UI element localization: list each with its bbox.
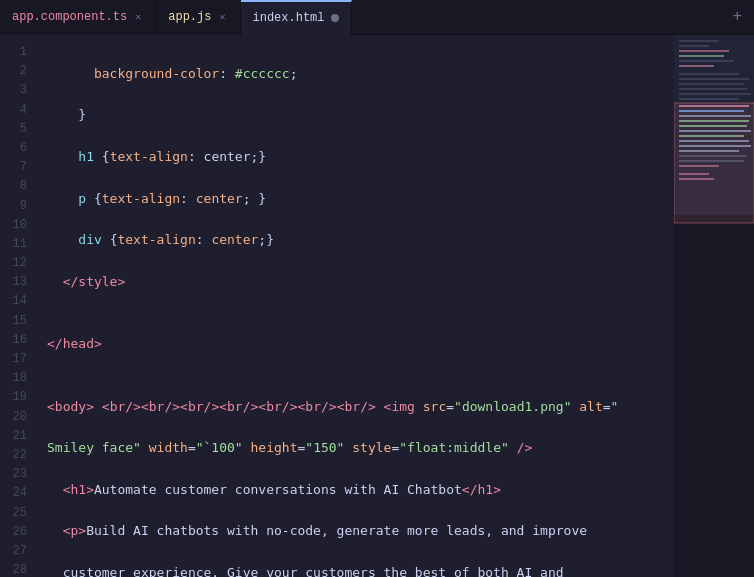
tab-index-html[interactable]: index.html [241, 0, 352, 35]
tab-label: app.js [168, 10, 211, 24]
tab-close-icon[interactable]: ✕ [133, 10, 143, 24]
code-line-11: Smiley face" width="`100" height="150" s… [47, 438, 674, 459]
add-tab-button[interactable]: + [720, 8, 754, 26]
tab-app-component[interactable]: app.component.ts ✕ [0, 0, 156, 35]
editor-window: app.component.ts ✕ app.js ✕ index.html +… [0, 0, 754, 577]
code-editor[interactable]: background-color: #cccccc; } h1 {text-al… [35, 35, 674, 577]
tab-label: app.component.ts [12, 10, 127, 24]
code-line-10: <body> <br/><br/><br/><br/><br/><br/><br… [47, 397, 674, 418]
tab-modified-dot [331, 14, 339, 22]
tab-close-icon[interactable]: ✕ [217, 10, 227, 24]
line-numbers: 1 2 3 4 5 6 7 8 9 10 11 12 13 14 15 16 1… [0, 35, 35, 577]
code-line-12: <h1>Automate customer conversations with… [47, 480, 674, 501]
minimap-visual [674, 35, 754, 577]
svg-rect-29 [674, 35, 754, 215]
code-line-14: customer experience. Give your customers… [47, 563, 674, 577]
tab-bar: app.component.ts ✕ app.js ✕ index.html + [0, 0, 754, 35]
code-line-6: </style> [47, 272, 674, 293]
code-line-3: h1 {text-align: center;} [47, 147, 674, 168]
code-line-5: div {text-align: center;} [47, 230, 674, 251]
code-line-2: } [47, 105, 674, 126]
tab-label: index.html [253, 11, 325, 25]
editor-body: 1 2 3 4 5 6 7 8 9 10 11 12 13 14 15 16 1… [0, 35, 754, 577]
code-line-13: <p>Build AI chatbots with no-code, gener… [47, 521, 674, 542]
code-line-8: </head> [47, 334, 674, 355]
code-line-1: background-color: #cccccc; [47, 64, 674, 85]
tab-app-js[interactable]: app.js ✕ [156, 0, 240, 35]
minimap[interactable] [674, 35, 754, 577]
code-line-4: p {text-align: center; } [47, 189, 674, 210]
